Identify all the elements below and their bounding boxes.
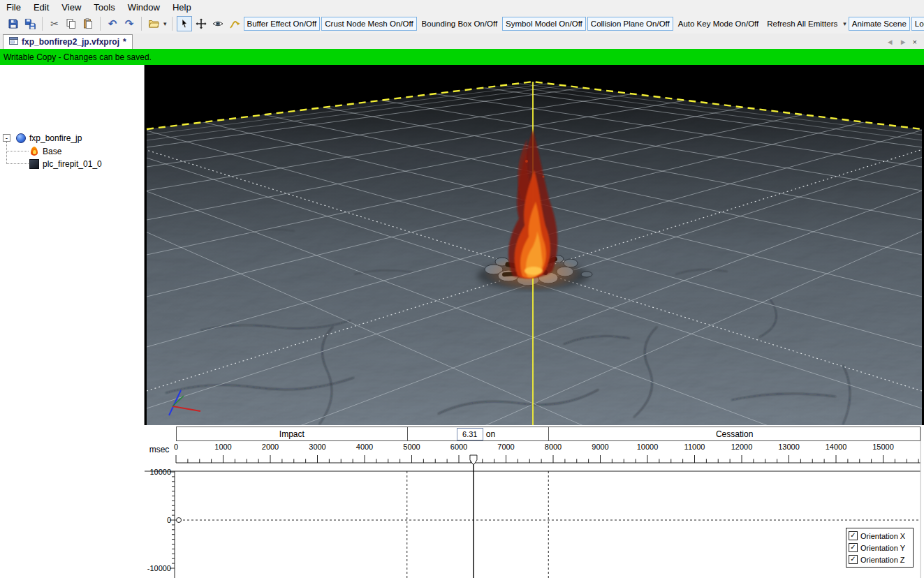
toolbar-button-auto-key-mode-on-off[interactable]: Auto Key Mode On/Off <box>675 17 763 31</box>
phase-label: Impact <box>279 429 305 439</box>
toolbar-button-refresh-all-emitters[interactable]: Refresh All Emitters <box>763 17 841 31</box>
phase-header-cessation[interactable]: Cessation <box>548 427 921 441</box>
phase-boundary-lines <box>407 471 549 578</box>
tree-item-base[interactable]: Base <box>29 145 61 157</box>
toolbar-separator <box>141 17 142 31</box>
y-axis-label: 10000 <box>145 468 171 476</box>
viewport-3d[interactable] <box>145 65 924 425</box>
checkbox-orientation-z[interactable]: ✓ <box>849 555 858 564</box>
tree-expander-icon[interactable]: - <box>3 134 10 142</box>
tree-item-fxp-bonfire-jp[interactable]: -fxp_bonfire_jp <box>3 132 82 144</box>
tree-item-label: Base <box>43 147 61 156</box>
paste-icon[interactable] <box>80 16 96 31</box>
toolbar-button-buffer-effect-on-off[interactable]: Buffer Effect On/Off <box>244 17 321 31</box>
save-icon[interactable] <box>6 16 21 31</box>
save-all-icon[interactable] <box>22 16 38 31</box>
copy-icon[interactable] <box>64 16 79 31</box>
toolbar-separator <box>100 17 101 31</box>
tab-nav: ◄ ► × <box>886 38 924 49</box>
checkbox-orientation-x[interactable]: ✓ <box>849 531 858 540</box>
legend-item: ✓Orientation Y <box>849 542 911 554</box>
legend-item: ✓Orientation Z <box>849 554 911 565</box>
current-time-input[interactable] <box>457 428 483 440</box>
redo-icon[interactable]: ↷ <box>122 16 137 31</box>
modified-indicator: * <box>123 37 126 47</box>
toolbar: ✂ ↶ ↷ ▾ Buffer Effect On/OffCrust Node M… <box>0 14 924 34</box>
phase-header-duration[interactable]: on <box>407 427 549 441</box>
legend-item: ✓Orientation X <box>849 530 911 542</box>
menu-window[interactable]: Window <box>122 1 166 14</box>
tab-title: fxp_bonfirep2_jp.vfxproj <box>22 37 119 47</box>
time-unit-label: msec <box>145 445 174 454</box>
menu-tools[interactable]: Tools <box>87 1 121 14</box>
menu-edit[interactable]: Edit <box>27 1 55 14</box>
toolbar-button-bounding-box-on-off[interactable]: Bounding Box On/Off <box>418 17 501 31</box>
viewport-scene <box>145 65 924 425</box>
legend-label: Orientation X <box>860 532 905 540</box>
tree-item-label: plc_firepit_01_0 <box>43 159 102 169</box>
legend-label: Orientation Z <box>860 556 905 564</box>
globe-icon <box>16 133 26 143</box>
toolbar-button-collision-plane-on-off[interactable]: Collision Plane On/Off <box>587 17 673 31</box>
tab-scroll-right-button[interactable]: ► <box>900 38 907 46</box>
menu-file[interactable]: File <box>0 1 27 14</box>
tree-item-label: fxp_bonfire_jp <box>29 133 82 143</box>
y-axis-label: 0 <box>145 516 171 524</box>
legend-label: Orientation Y <box>860 544 905 552</box>
tree-item-plc-firepit-01-0[interactable]: plc_firepit_01_0 <box>29 158 102 170</box>
project-file-icon <box>9 36 18 48</box>
tree-connector <box>6 151 29 151</box>
tree-connector <box>6 142 7 164</box>
toolbar-button-loo[interactable]: Loo <box>911 17 924 31</box>
mesh-icon <box>29 159 39 169</box>
checkbox-orientation-y[interactable]: ✓ <box>849 543 858 552</box>
undo-icon[interactable]: ↶ <box>105 16 120 31</box>
toolbar-button-crust-node-mesh-on-off[interactable]: Crust Node Mesh On/Off <box>321 17 416 31</box>
document-tab[interactable]: fxp_bonfirep2_jp.vfxproj * <box>3 34 133 49</box>
time-cursor-handle[interactable] <box>470 455 477 465</box>
move-tool-icon[interactable] <box>193 16 209 31</box>
menu-bar: FileEditViewToolsWindowHelp <box>0 0 924 14</box>
status-banner: Writable Copy - Changes can be saved. <box>0 49 924 65</box>
phase-header-impact[interactable]: Impact <box>176 427 407 441</box>
tab-close-button[interactable]: × <box>913 38 917 46</box>
timeline-panel: Impact on Cessation msec 010002000300040… <box>145 425 924 578</box>
bottom-left-panel <box>0 425 145 578</box>
tree-connector <box>6 163 29 164</box>
keyframe-point[interactable] <box>177 518 182 523</box>
timeline-graph[interactable] <box>145 425 924 578</box>
cut-icon[interactable]: ✂ <box>47 16 62 31</box>
orientation-legend: ✓Orientation X✓Orientation Y✓Orientation… <box>846 528 914 568</box>
toolbar-separator <box>172 17 173 31</box>
select-tool-icon[interactable] <box>177 16 192 31</box>
ruler-ticks <box>176 455 918 463</box>
curve-tool-icon[interactable] <box>227 16 242 31</box>
flame-icon <box>31 147 38 156</box>
toolbar-button-animate-scene[interactable]: Animate Scene <box>849 17 910 31</box>
toolbar-button-symbol-model-on-off[interactable]: Symbol Model On/Off <box>502 17 586 31</box>
toolbar-toggle-buttons: Buffer Effect On/OffCrust Node Mesh On/O… <box>244 17 924 31</box>
phase-label-partial: on <box>486 429 495 439</box>
phase-label: Cessation <box>716 429 753 439</box>
menu-help[interactable]: Help <box>166 1 198 14</box>
toolbar-separator <box>42 17 43 31</box>
tab-scroll-left-button[interactable]: ◄ <box>886 38 894 46</box>
menu-view[interactable]: View <box>55 1 87 14</box>
tab-bar: fxp_bonfirep2_jp.vfxproj * ◄ ► × <box>0 34 924 49</box>
open-icon[interactable] <box>146 16 161 31</box>
y-axis-label: -10000 <box>145 564 171 572</box>
dropdown-caret-icon[interactable]: ▾ <box>842 20 847 27</box>
dropdown-caret-icon[interactable]: ▾ <box>163 20 168 27</box>
visibility-eye-icon[interactable] <box>210 16 226 31</box>
